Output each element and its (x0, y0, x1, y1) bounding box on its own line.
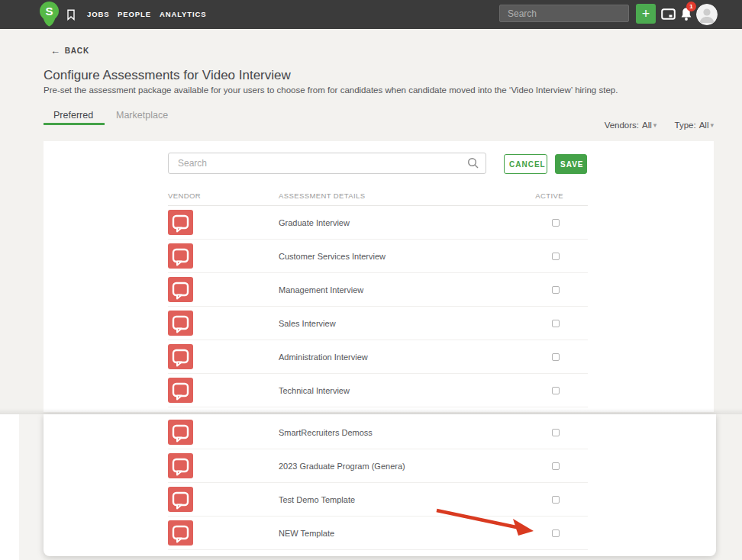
vendor-chat-bubble-icon (168, 420, 193, 445)
vendor-chat-bubble-icon (168, 311, 193, 336)
table-row: SmartRecruiters Demoss (168, 416, 588, 449)
vendor-chat-bubble-icon (168, 344, 193, 369)
table-row: Graduate Interview (168, 206, 588, 240)
assessment-name: Management Interview (279, 285, 363, 294)
panel-seam-shadow (0, 408, 742, 414)
active-checkbox[interactable] (552, 429, 560, 436)
cancel-button[interactable]: CANCEL (504, 154, 547, 174)
filter-bar: Vendors:All▾ Type:All▾ (589, 121, 714, 130)
top-navbar: S JOBS PEOPLE ANALYTICS + 1 (0, 0, 742, 29)
nav-item-jobs[interactable]: JOBS (87, 0, 109, 29)
active-checkbox[interactable] (552, 286, 560, 294)
back-arrow-icon: ← (50, 45, 61, 56)
configure-assessments-page: S JOBS PEOPLE ANALYTICS + 1 (0, 0, 742, 560)
svg-text:S: S (45, 5, 53, 18)
assessment-name: Test Demo Template (279, 495, 355, 504)
chevron-down-icon: ▾ (653, 121, 657, 129)
nav-item-people[interactable]: PEOPLE (118, 0, 151, 29)
vendor-chat-bubble-icon (168, 453, 193, 478)
vendor-chat-bubble-icon (168, 210, 193, 235)
vendor-chat-bubble-icon (168, 520, 193, 546)
column-header-active: ACTIVE (535, 191, 563, 200)
table-row: Test Demo Template (168, 483, 588, 517)
active-checkbox[interactable] (552, 387, 560, 394)
vendor-chat-bubble-icon (168, 487, 193, 512)
assessments-search-input[interactable] (168, 153, 486, 174)
back-link[interactable]: ←BACK (50, 45, 89, 56)
user-avatar[interactable] (696, 4, 718, 25)
assessments-table-bottom: SmartRecruiters Demoss2023 Graduate Prog… (168, 416, 588, 550)
active-checkbox[interactable] (552, 462, 560, 470)
overlay-left-gutter (19, 414, 44, 560)
assessments-panel: CANCEL SAVE VENDOR ASSESSMENT DETAILS AC… (44, 141, 714, 412)
active-checkbox[interactable] (552, 529, 560, 537)
add-new-button[interactable]: + (636, 4, 656, 24)
assessment-name: Sales Interview (279, 319, 336, 328)
overlay-left-margin (0, 414, 19, 560)
nav-item-analytics[interactable]: ANALYTICS (160, 0, 207, 29)
assessment-name: SmartRecruiters Demoss (279, 428, 373, 437)
bookmark-icon[interactable] (66, 9, 76, 21)
page-title: Configure Assessments for Video Intervie… (44, 68, 291, 83)
assessments-table-top: Graduate InterviewCustomer Services Inte… (168, 206, 588, 407)
active-checkbox[interactable] (552, 253, 560, 260)
assessment-name: NEW Template (279, 529, 334, 538)
table-row: Customer Services Interview (168, 240, 588, 273)
assessment-name: Customer Services Interview (279, 252, 386, 261)
page-subtitle: Pre-set the assessment package available… (44, 85, 618, 95)
assessment-name: 2023 Graduate Program (Genera) (279, 462, 405, 471)
assessments-panel-continued: SmartRecruiters Demoss2023 Graduate Prog… (44, 414, 716, 556)
tab-marketplace[interactable]: Marketplace (116, 110, 168, 121)
column-header-vendor: VENDOR (168, 191, 201, 200)
active-checkbox[interactable] (552, 496, 560, 504)
assessment-name: Technical Interview (279, 386, 350, 395)
type-filter-dropdown[interactable]: Type:All▾ (675, 121, 714, 130)
table-row: Sales Interview (168, 307, 588, 340)
notification-count-badge: 1 (686, 2, 696, 11)
messages-icon[interactable] (661, 8, 676, 21)
column-header-assessment-details: ASSESSMENT DETAILS (279, 191, 366, 200)
table-row: NEW Template (168, 517, 588, 550)
search-icon (467, 157, 479, 169)
vendor-chat-bubble-icon (168, 378, 193, 403)
tab-preferred[interactable]: Preferred (53, 110, 93, 121)
assessment-name: Graduate Interview (279, 218, 350, 227)
table-row: Administration Interview (168, 340, 588, 374)
smartrecruiters-logo-icon[interactable]: S (38, 1, 60, 27)
table-row: Technical Interview (168, 374, 588, 407)
active-tab-underline (44, 123, 105, 125)
active-checkbox[interactable] (552, 219, 560, 227)
active-checkbox[interactable] (552, 353, 560, 361)
global-search-input[interactable] (499, 5, 629, 22)
save-button[interactable]: SAVE (555, 154, 587, 174)
table-header: VENDOR ASSESSMENT DETAILS ACTIVE (168, 188, 588, 206)
table-row: 2023 Graduate Program (Genera) (168, 449, 588, 483)
chevron-down-icon: ▾ (710, 121, 714, 129)
table-row: Management Interview (168, 273, 588, 307)
vendor-chat-bubble-icon (168, 243, 193, 269)
vendor-chat-bubble-icon (168, 277, 193, 302)
active-checkbox[interactable] (552, 320, 560, 327)
vendors-filter-dropdown[interactable]: Vendors:All▾ (605, 121, 660, 130)
assessment-name: Administration Interview (279, 352, 368, 362)
